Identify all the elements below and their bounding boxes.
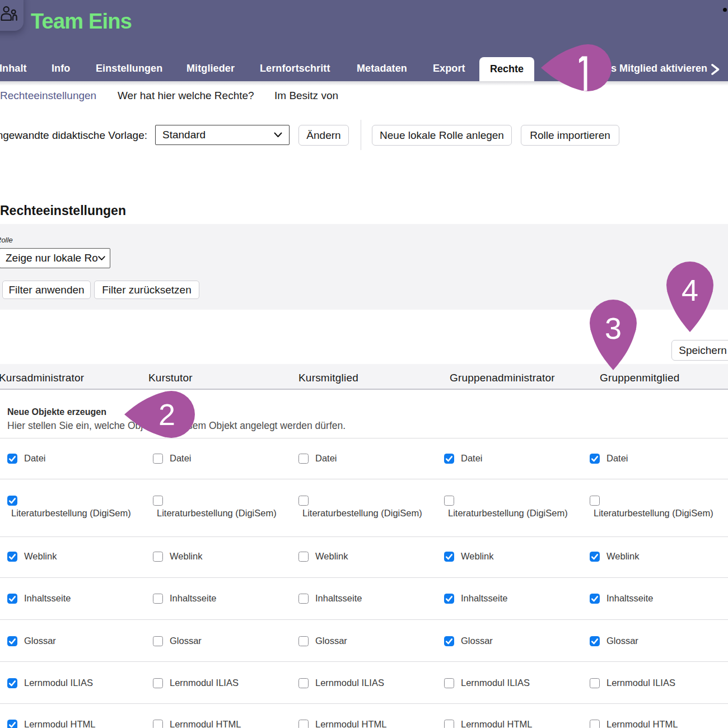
svg-text:4: 4: [682, 273, 698, 307]
svg-text:3: 3: [605, 311, 622, 345]
svg-text:2: 2: [158, 398, 175, 431]
